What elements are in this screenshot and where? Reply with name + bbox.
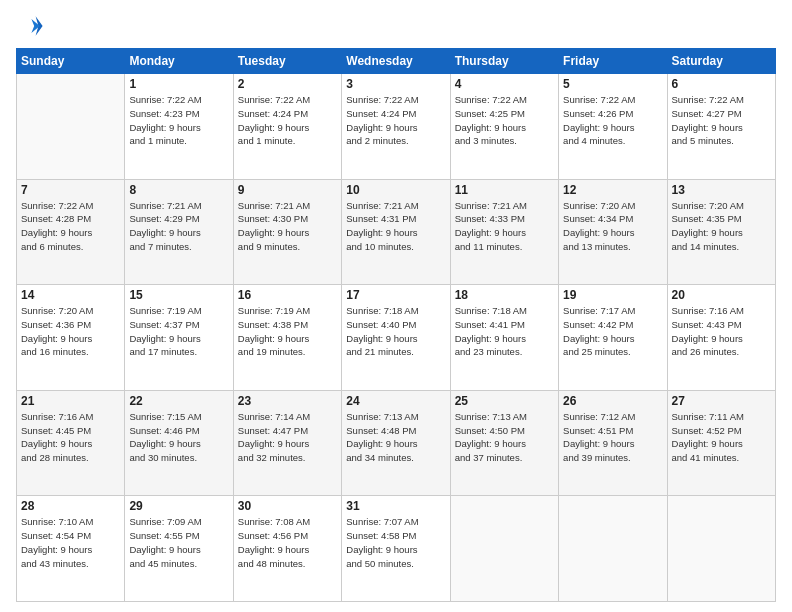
calendar-cell: 21Sunrise: 7:16 AM Sunset: 4:45 PM Dayli… xyxy=(17,390,125,496)
calendar-cell: 31Sunrise: 7:07 AM Sunset: 4:58 PM Dayli… xyxy=(342,496,450,602)
day-number: 25 xyxy=(455,394,554,408)
day-info: Sunrise: 7:22 AM Sunset: 4:23 PM Dayligh… xyxy=(129,93,228,148)
day-number: 13 xyxy=(672,183,771,197)
day-number: 11 xyxy=(455,183,554,197)
day-info: Sunrise: 7:13 AM Sunset: 4:48 PM Dayligh… xyxy=(346,410,445,465)
day-number: 6 xyxy=(672,77,771,91)
day-number: 30 xyxy=(238,499,337,513)
calendar-cell: 14Sunrise: 7:20 AM Sunset: 4:36 PM Dayli… xyxy=(17,285,125,391)
day-info: Sunrise: 7:19 AM Sunset: 4:37 PM Dayligh… xyxy=(129,304,228,359)
day-info: Sunrise: 7:22 AM Sunset: 4:24 PM Dayligh… xyxy=(346,93,445,148)
day-info: Sunrise: 7:13 AM Sunset: 4:50 PM Dayligh… xyxy=(455,410,554,465)
day-header-thursday: Thursday xyxy=(450,49,558,74)
calendar-cell: 30Sunrise: 7:08 AM Sunset: 4:56 PM Dayli… xyxy=(233,496,341,602)
day-number: 26 xyxy=(563,394,662,408)
calendar-week-3: 14Sunrise: 7:20 AM Sunset: 4:36 PM Dayli… xyxy=(17,285,776,391)
day-info: Sunrise: 7:21 AM Sunset: 4:30 PM Dayligh… xyxy=(238,199,337,254)
day-info: Sunrise: 7:19 AM Sunset: 4:38 PM Dayligh… xyxy=(238,304,337,359)
day-info: Sunrise: 7:22 AM Sunset: 4:27 PM Dayligh… xyxy=(672,93,771,148)
day-number: 31 xyxy=(346,499,445,513)
day-number: 17 xyxy=(346,288,445,302)
day-info: Sunrise: 7:22 AM Sunset: 4:28 PM Dayligh… xyxy=(21,199,120,254)
day-header-monday: Monday xyxy=(125,49,233,74)
day-info: Sunrise: 7:22 AM Sunset: 4:26 PM Dayligh… xyxy=(563,93,662,148)
day-number: 9 xyxy=(238,183,337,197)
day-number: 10 xyxy=(346,183,445,197)
calendar-cell: 9Sunrise: 7:21 AM Sunset: 4:30 PM Daylig… xyxy=(233,179,341,285)
day-number: 24 xyxy=(346,394,445,408)
calendar-cell: 17Sunrise: 7:18 AM Sunset: 4:40 PM Dayli… xyxy=(342,285,450,391)
day-info: Sunrise: 7:17 AM Sunset: 4:42 PM Dayligh… xyxy=(563,304,662,359)
day-info: Sunrise: 7:07 AM Sunset: 4:58 PM Dayligh… xyxy=(346,515,445,570)
day-info: Sunrise: 7:20 AM Sunset: 4:35 PM Dayligh… xyxy=(672,199,771,254)
day-info: Sunrise: 7:20 AM Sunset: 4:36 PM Dayligh… xyxy=(21,304,120,359)
day-info: Sunrise: 7:20 AM Sunset: 4:34 PM Dayligh… xyxy=(563,199,662,254)
page: SundayMondayTuesdayWednesdayThursdayFrid… xyxy=(0,0,792,612)
day-info: Sunrise: 7:16 AM Sunset: 4:43 PM Dayligh… xyxy=(672,304,771,359)
day-info: Sunrise: 7:18 AM Sunset: 4:41 PM Dayligh… xyxy=(455,304,554,359)
calendar-cell: 6Sunrise: 7:22 AM Sunset: 4:27 PM Daylig… xyxy=(667,74,775,180)
day-number: 16 xyxy=(238,288,337,302)
calendar-cell: 26Sunrise: 7:12 AM Sunset: 4:51 PM Dayli… xyxy=(559,390,667,496)
day-info: Sunrise: 7:22 AM Sunset: 4:24 PM Dayligh… xyxy=(238,93,337,148)
day-number: 27 xyxy=(672,394,771,408)
calendar-cell: 15Sunrise: 7:19 AM Sunset: 4:37 PM Dayli… xyxy=(125,285,233,391)
day-number: 28 xyxy=(21,499,120,513)
calendar-cell: 22Sunrise: 7:15 AM Sunset: 4:46 PM Dayli… xyxy=(125,390,233,496)
calendar-cell: 20Sunrise: 7:16 AM Sunset: 4:43 PM Dayli… xyxy=(667,285,775,391)
day-number: 7 xyxy=(21,183,120,197)
calendar-cell: 13Sunrise: 7:20 AM Sunset: 4:35 PM Dayli… xyxy=(667,179,775,285)
day-number: 5 xyxy=(563,77,662,91)
day-number: 22 xyxy=(129,394,228,408)
day-info: Sunrise: 7:10 AM Sunset: 4:54 PM Dayligh… xyxy=(21,515,120,570)
day-info: Sunrise: 7:09 AM Sunset: 4:55 PM Dayligh… xyxy=(129,515,228,570)
day-info: Sunrise: 7:21 AM Sunset: 4:33 PM Dayligh… xyxy=(455,199,554,254)
calendar-cell: 11Sunrise: 7:21 AM Sunset: 4:33 PM Dayli… xyxy=(450,179,558,285)
day-info: Sunrise: 7:11 AM Sunset: 4:52 PM Dayligh… xyxy=(672,410,771,465)
day-info: Sunrise: 7:15 AM Sunset: 4:46 PM Dayligh… xyxy=(129,410,228,465)
day-number: 18 xyxy=(455,288,554,302)
calendar-cell: 29Sunrise: 7:09 AM Sunset: 4:55 PM Dayli… xyxy=(125,496,233,602)
logo xyxy=(16,12,48,40)
calendar-cell xyxy=(450,496,558,602)
day-header-wednesday: Wednesday xyxy=(342,49,450,74)
calendar-cell: 18Sunrise: 7:18 AM Sunset: 4:41 PM Dayli… xyxy=(450,285,558,391)
calendar-cell: 4Sunrise: 7:22 AM Sunset: 4:25 PM Daylig… xyxy=(450,74,558,180)
day-number: 21 xyxy=(21,394,120,408)
logo-icon xyxy=(16,12,44,40)
calendar-cell xyxy=(667,496,775,602)
calendar-cell: 23Sunrise: 7:14 AM Sunset: 4:47 PM Dayli… xyxy=(233,390,341,496)
calendar-cell: 5Sunrise: 7:22 AM Sunset: 4:26 PM Daylig… xyxy=(559,74,667,180)
calendar-cell: 10Sunrise: 7:21 AM Sunset: 4:31 PM Dayli… xyxy=(342,179,450,285)
calendar-cell: 25Sunrise: 7:13 AM Sunset: 4:50 PM Dayli… xyxy=(450,390,558,496)
calendar-cell: 12Sunrise: 7:20 AM Sunset: 4:34 PM Dayli… xyxy=(559,179,667,285)
day-info: Sunrise: 7:14 AM Sunset: 4:47 PM Dayligh… xyxy=(238,410,337,465)
calendar-cell: 28Sunrise: 7:10 AM Sunset: 4:54 PM Dayli… xyxy=(17,496,125,602)
day-header-tuesday: Tuesday xyxy=(233,49,341,74)
calendar-cell: 7Sunrise: 7:22 AM Sunset: 4:28 PM Daylig… xyxy=(17,179,125,285)
day-number: 8 xyxy=(129,183,228,197)
header xyxy=(16,12,776,40)
calendar-cell: 16Sunrise: 7:19 AM Sunset: 4:38 PM Dayli… xyxy=(233,285,341,391)
day-number: 29 xyxy=(129,499,228,513)
day-number: 2 xyxy=(238,77,337,91)
day-info: Sunrise: 7:21 AM Sunset: 4:29 PM Dayligh… xyxy=(129,199,228,254)
day-number: 3 xyxy=(346,77,445,91)
day-info: Sunrise: 7:18 AM Sunset: 4:40 PM Dayligh… xyxy=(346,304,445,359)
calendar-week-1: 1Sunrise: 7:22 AM Sunset: 4:23 PM Daylig… xyxy=(17,74,776,180)
day-number: 1 xyxy=(129,77,228,91)
calendar-week-2: 7Sunrise: 7:22 AM Sunset: 4:28 PM Daylig… xyxy=(17,179,776,285)
calendar-cell xyxy=(559,496,667,602)
day-header-sunday: Sunday xyxy=(17,49,125,74)
calendar-header-row: SundayMondayTuesdayWednesdayThursdayFrid… xyxy=(17,49,776,74)
day-info: Sunrise: 7:21 AM Sunset: 4:31 PM Dayligh… xyxy=(346,199,445,254)
day-info: Sunrise: 7:16 AM Sunset: 4:45 PM Dayligh… xyxy=(21,410,120,465)
day-header-saturday: Saturday xyxy=(667,49,775,74)
day-number: 15 xyxy=(129,288,228,302)
calendar-cell: 27Sunrise: 7:11 AM Sunset: 4:52 PM Dayli… xyxy=(667,390,775,496)
day-number: 23 xyxy=(238,394,337,408)
calendar-cell: 19Sunrise: 7:17 AM Sunset: 4:42 PM Dayli… xyxy=(559,285,667,391)
calendar-week-5: 28Sunrise: 7:10 AM Sunset: 4:54 PM Dayli… xyxy=(17,496,776,602)
calendar-week-4: 21Sunrise: 7:16 AM Sunset: 4:45 PM Dayli… xyxy=(17,390,776,496)
day-number: 4 xyxy=(455,77,554,91)
